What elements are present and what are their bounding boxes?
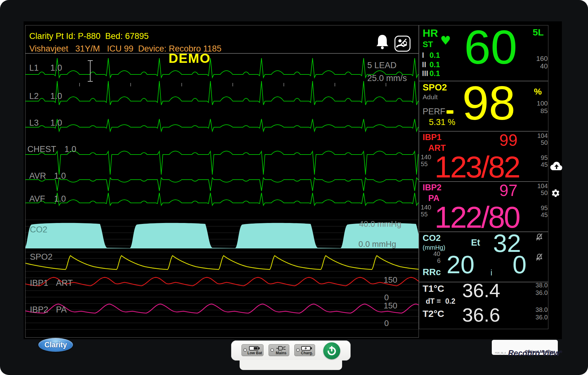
ibp2-dia-limit-high: 95	[528, 205, 548, 211]
co2-i-label: i	[491, 269, 492, 277]
power-icon	[326, 345, 337, 357]
spo2-limit-low: 85	[528, 107, 548, 114]
recobro-subtitle: Patient Monitor	[525, 350, 555, 354]
co2-scale-min: 0.0 mmHg	[358, 240, 396, 248]
co2-unit: (mmHg)	[423, 244, 445, 251]
st-value-2: 0.1	[430, 61, 440, 68]
ecg-l2-gain: 1.0	[50, 92, 62, 101]
ibp1-label: IBP1	[423, 133, 441, 142]
patient-monitor-bezel: Clarity Pt Id: P-880 Bed: 67895 Vishavje…	[0, 0, 588, 375]
spo2-wave-label: SPO2	[30, 253, 53, 261]
ecg-l3-gain: 1.0	[50, 119, 62, 127]
t1-value: 36.4	[462, 282, 500, 299]
st-lead-2: II	[422, 61, 426, 68]
ibp2-value: 122/80	[435, 204, 519, 231]
ibp2-wave-label: IBP2	[30, 306, 48, 314]
hr-lead: 5L	[533, 28, 544, 37]
registered-mark: ®	[560, 350, 562, 354]
patient-id-line: Clarity Pt Id: P-880 Bed: 67895	[29, 32, 149, 41]
bell-off-icon[interactable]	[535, 253, 543, 261]
ibp2-scale-max: 150	[384, 302, 397, 310]
co2-wave-label: CO2	[30, 226, 47, 234]
ibp2-label: IBP2	[423, 183, 441, 192]
ibp1-value: 123/82	[435, 154, 519, 180]
ibp1-mean: 99	[499, 133, 518, 148]
front-control-panel-tab	[240, 360, 342, 370]
spo2-perf-value: 5.31 %	[429, 118, 455, 127]
co2-i-value: 0	[513, 254, 527, 276]
st-lead-1: I	[422, 52, 424, 59]
ibp1-wave-label: IBP1	[30, 279, 48, 287]
co2-rr-value: 20	[447, 254, 474, 276]
co2-scale-max: 40.0 mmHg	[359, 220, 401, 228]
mains-label: Mains	[273, 351, 289, 355]
ibp1-limit-low: 55	[421, 161, 428, 167]
co2-label: CO2	[423, 234, 441, 242]
ecg-chest-label: CHEST	[27, 145, 56, 154]
st-value-3: 0.1	[430, 70, 440, 77]
waveform-canvas	[25, 54, 419, 337]
low-battery-label: Low Bat	[246, 351, 263, 355]
ibp2-limit-low: 55	[421, 211, 428, 217]
hr-limit-low: 40	[528, 63, 548, 70]
t2-limit-low: 36.0	[528, 314, 548, 320]
hr-label: HR	[423, 28, 438, 38]
ibp2-scale-min: 0	[384, 319, 389, 327]
ibp1-limit-high: 140	[421, 154, 431, 160]
st-value-1: 0.1	[430, 52, 440, 59]
ibp1-dia-limit-low: 45	[528, 161, 548, 168]
co2-limit-low: 6	[437, 258, 441, 264]
perf-indicator-bar	[447, 110, 453, 114]
spo2-mode: Adult	[423, 94, 438, 100]
sweep-speed-label: 25.0 mm/s	[367, 74, 407, 83]
hr-limit-high: 160	[528, 55, 548, 62]
spo2-unit: %	[534, 87, 542, 96]
ibp2-wave-site: PA	[56, 306, 67, 314]
battery-icon	[249, 345, 261, 351]
lead-mode-label: 5 LEAD	[367, 61, 397, 70]
ecg-l3-label: L3	[29, 119, 39, 127]
clarity-logo-text: Clarity	[44, 341, 67, 349]
charging-label: Charg.	[299, 351, 315, 355]
t2-value: 36.6	[462, 307, 500, 324]
dt-value: 0.2	[445, 298, 455, 305]
t2-label: T2°C	[423, 309, 444, 318]
spo2-value: 98	[462, 82, 515, 124]
clarity-logo: Clarity	[38, 338, 73, 352]
ecg-avr-gain: 1.0	[54, 172, 66, 180]
patient-header[interactable]: Clarity Pt Id: P-880 Bed: 67895 Vishavje…	[25, 25, 419, 53]
spo2-limit-high: 100	[528, 100, 548, 106]
ecg-l1-gain: 1.0	[50, 64, 62, 72]
recobro-logo-plate: Recobro View® Patient Monitor PDR_56_A	[492, 340, 558, 355]
st-lead-3: III	[422, 70, 428, 77]
t1-limit-low: 36.0	[528, 290, 548, 296]
t2-limit-high: 38.0	[528, 307, 548, 313]
ibp2-mean-limit-high: 104	[528, 183, 548, 189]
ecg-avf-gain: 1.0	[54, 195, 66, 203]
power-button[interactable]	[323, 342, 340, 359]
demo-watermark: DEMO	[169, 52, 211, 65]
ibp2-mean-limit-low: 50	[528, 190, 548, 196]
ecg-l2-label: L2	[29, 92, 39, 101]
t1-label: T1°C	[423, 284, 444, 293]
low-battery-indicator: Low Bat	[241, 344, 263, 356]
ibp2-limit-high: 140	[421, 204, 431, 210]
ecg-l1-label: L1	[29, 64, 39, 72]
co2-limit-high: 40	[433, 251, 440, 257]
ibp1-mean-limit-low: 50	[528, 139, 548, 146]
ecg-avf-label: AVF	[29, 195, 45, 203]
heart-icon: ♥	[440, 35, 451, 46]
ibp1-dia-limit-high: 95	[528, 155, 548, 161]
ibp1-mean-limit-high: 104	[528, 133, 548, 139]
spo2-perf-label: PERF	[423, 107, 445, 116]
bell-icon[interactable]	[375, 34, 390, 50]
co2-et-label: Et	[471, 238, 480, 247]
mains-indicator: Mains	[269, 344, 289, 356]
bell-off-icon[interactable]	[535, 233, 543, 241]
co2-rr-label: RRc	[423, 268, 441, 277]
percent-hand-icon[interactable]	[394, 35, 411, 52]
ecg-avr-label: AVR	[29, 172, 46, 180]
cloud-upload-icon[interactable]	[549, 161, 563, 171]
charging-indicator: Charg.	[294, 344, 315, 356]
gear-icon[interactable]	[551, 188, 560, 198]
